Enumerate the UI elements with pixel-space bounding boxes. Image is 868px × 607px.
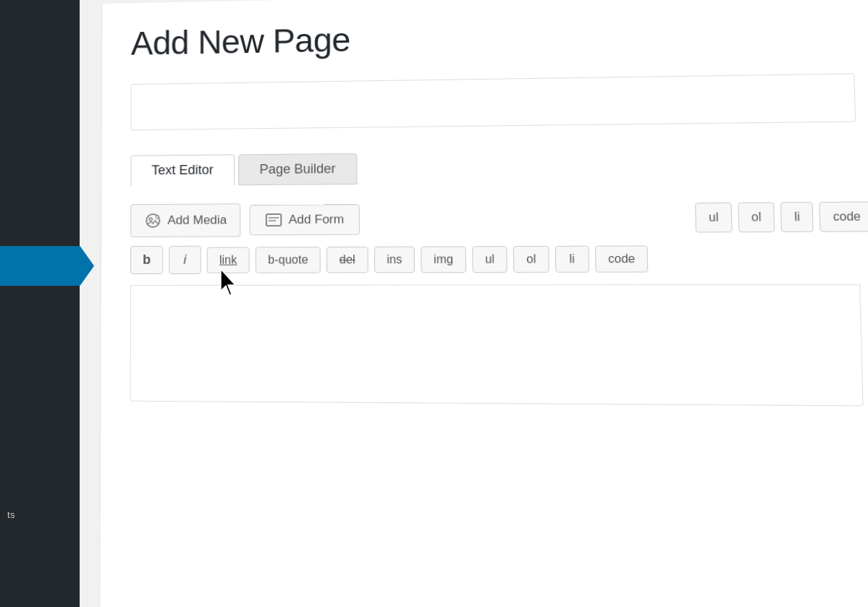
format-row: b i link b-quote del ins img — [130, 243, 868, 274]
add-media-button[interactable]: Add Media — [130, 203, 240, 237]
format-img-button[interactable]: img — [421, 246, 466, 273]
add-form-button[interactable]: Add Form — [250, 204, 360, 235]
svg-point-1 — [149, 218, 152, 221]
toolbar-ol-button[interactable]: ol — [738, 202, 775, 232]
tab-page-builder[interactable]: Page Builder — [238, 153, 357, 186]
form-icon — [265, 213, 283, 227]
format-code-button[interactable]: code — [595, 245, 649, 272]
format-bold-button[interactable]: b — [130, 246, 163, 274]
toolbar-row: Add Media Add Form — [130, 199, 868, 237]
editor-content-area[interactable] — [130, 284, 864, 407]
sidebar-item-label: ts — [7, 509, 15, 520]
media-icon — [144, 212, 161, 229]
toolbar-code-button[interactable]: code — [819, 202, 868, 232]
format-ins-button[interactable]: ins — [374, 246, 415, 273]
format-del-button[interactable]: del — [326, 246, 368, 273]
format-italic-button[interactable]: i — [169, 246, 201, 274]
format-link-button[interactable]: link — [207, 247, 250, 273]
content-card: Add New Page Text Editor Page Builder — [100, 0, 868, 607]
perspective-wrapper: Add New Page Text Editor Page Builder — [78, 0, 868, 607]
format-li-button[interactable]: li — [555, 245, 589, 272]
toolbar-li-button[interactable]: li — [780, 202, 814, 232]
format-ol-button[interactable]: ol — [513, 245, 549, 272]
toolbar-extra: ul ol li code — [695, 202, 868, 233]
tab-text-editor[interactable]: Text Editor — [130, 154, 235, 186]
main-panel: Add New Page Text Editor Page Builder — [80, 0, 868, 607]
format-bquote-button[interactable]: b-quote — [256, 247, 321, 273]
add-media-label: Add Media — [167, 213, 227, 227]
editor-tabs: Text Editor Page Builder — [130, 148, 868, 187]
toolbar-ul-button[interactable]: ul — [695, 203, 732, 233]
svg-rect-3 — [266, 214, 281, 226]
format-ul-button[interactable]: ul — [472, 246, 507, 273]
sidebar-active-indicator — [0, 246, 94, 286]
page-title-input[interactable] — [131, 73, 856, 130]
page-title: Add New Page — [131, 11, 868, 63]
add-form-label: Add Form — [289, 212, 345, 227]
